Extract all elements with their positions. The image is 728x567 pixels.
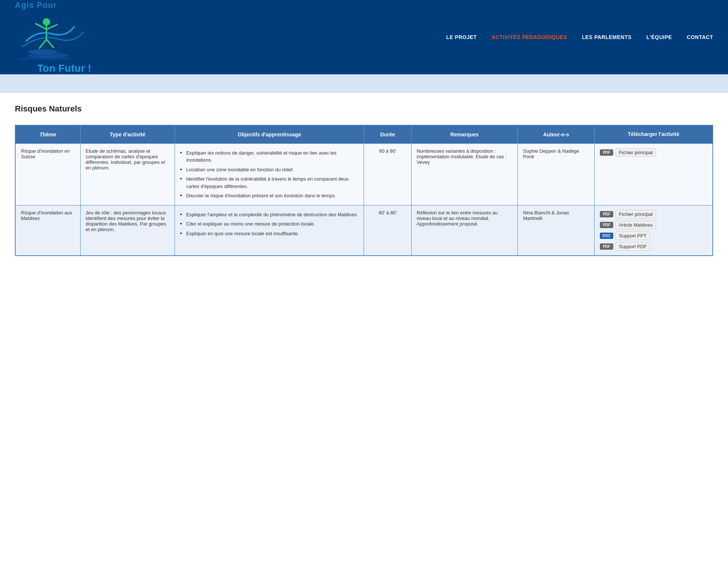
objectif-item: Expliquer l'ampleur et la complexité du … <box>180 210 358 220</box>
download-badge: PDF <box>600 149 613 156</box>
cell-theme: Risque d'inondation en Suisse <box>15 143 80 205</box>
download-button[interactable]: PDFSupport PDF <box>600 242 650 251</box>
logo-area: Agis Pour <box>15 0 91 74</box>
objectif-item: Identifier l'évolution de la vulnérabili… <box>180 174 358 191</box>
download-badge: DOC <box>600 233 613 239</box>
nav-contact[interactable]: CONTACT <box>687 34 713 40</box>
download-button[interactable]: PDFFichier principal <box>600 210 656 218</box>
th-duree: Durée <box>364 125 411 143</box>
cell-auteur: Sophie Deppen & Nadège Ponti <box>518 143 595 205</box>
download-label: Fichier principal <box>615 210 656 218</box>
cell-downloads: PDFFichier principalPDFArticle MaldivesD… <box>595 205 713 256</box>
th-type: Type d'activité <box>80 125 175 143</box>
download-badge: PDF <box>600 243 613 250</box>
th-remarques: Remarques <box>411 125 517 143</box>
nav-le-projet[interactable]: LE PROJET <box>446 34 477 40</box>
download-button[interactable]: PDFArticle Maldives <box>600 221 656 229</box>
th-theme: Thème <box>15 125 80 143</box>
nav-activites[interactable]: ACTIVITÉS PÉDAGOGIQUES <box>492 34 567 40</box>
download-badge: PDF <box>600 222 613 228</box>
th-objectifs: Objectifs d'apprentissage <box>175 125 364 143</box>
logo-text-top: Agis Pour <box>15 0 57 10</box>
objectif-item: Localiser une zone inondable en fonction… <box>180 165 358 175</box>
cell-downloads: PDFFichier principal <box>595 143 713 205</box>
nav-parlements[interactable]: LES PARLEMENTS <box>582 34 632 40</box>
page-title: Risques Naturels <box>15 104 713 114</box>
download-badge: PDF <box>600 211 613 217</box>
download-label: Article Maldives <box>615 221 656 229</box>
svg-line-4 <box>39 39 46 49</box>
table-row: Risque d'inondation en SuisseEtude de sc… <box>15 143 713 205</box>
cell-remarques: Nombreuses variantes à disposition : imp… <box>411 143 517 205</box>
cell-duree: 60 à 90' <box>364 143 411 205</box>
download-button[interactable]: PDFFichier principal <box>600 148 656 157</box>
cell-auteur: Nina Bianchi & Jonas Martinelli <box>518 205 595 256</box>
svg-point-0 <box>43 18 50 26</box>
sub-header-bar <box>0 74 728 93</box>
svg-line-3 <box>46 25 58 29</box>
cell-objectifs: Expliquer les notions de danger, vulnéra… <box>175 143 364 205</box>
cell-objectifs: Expliquer l'ampleur et la complexité du … <box>175 205 364 256</box>
cell-remarques: Réflexion sur le lien entre mesures au n… <box>411 205 517 256</box>
nav-equipe[interactable]: L'ÉQUIPE <box>646 34 672 40</box>
site-header: Agis Pour <box>0 0 728 74</box>
objectif-item: Citer et expliquer au moins une mesure d… <box>180 219 358 229</box>
download-label: Support PPT <box>615 231 650 240</box>
download-button[interactable]: DOCSupport PPT <box>600 231 650 240</box>
th-telecharger: Télécharger l'activité <box>595 125 713 143</box>
cell-theme: Risque d'inondation aux Maldives <box>15 205 80 256</box>
cell-type: Etude de schémas, analyse et comparaison… <box>80 143 175 205</box>
download-label: Support PDF <box>615 242 650 251</box>
table-row: Risque d'inondation aux MaldivesJeu de r… <box>15 205 713 256</box>
activity-table: Thème Type d'activité Objectifs d'appren… <box>15 125 713 256</box>
cell-type: Jeu de rôle : des personnages locaux ide… <box>80 205 175 256</box>
svg-line-5 <box>46 39 54 48</box>
th-auteur: Auteur-e-s <box>518 125 595 143</box>
cell-duree: 60' à 80' <box>364 205 411 256</box>
table-header-row: Thème Type d'activité Objectifs d'appren… <box>15 125 713 143</box>
objectif-item: Discuter le risque d'inondation présent … <box>180 191 358 201</box>
main-content: Risques Naturels Thème Type d'activité O… <box>0 93 728 267</box>
objectif-item: Expliquer les notions de danger, vulnéra… <box>180 148 358 165</box>
main-nav: LE PROJET ACTIVITÉS PÉDAGOGIQUES LES PAR… <box>446 34 713 40</box>
objectif-item: Expliquer en quoi une mesure locale est … <box>180 229 358 239</box>
logo-svg <box>15 12 89 61</box>
download-label: Fichier principal <box>615 148 656 157</box>
logo-text-bottom: Ton Futur ! <box>37 62 91 74</box>
